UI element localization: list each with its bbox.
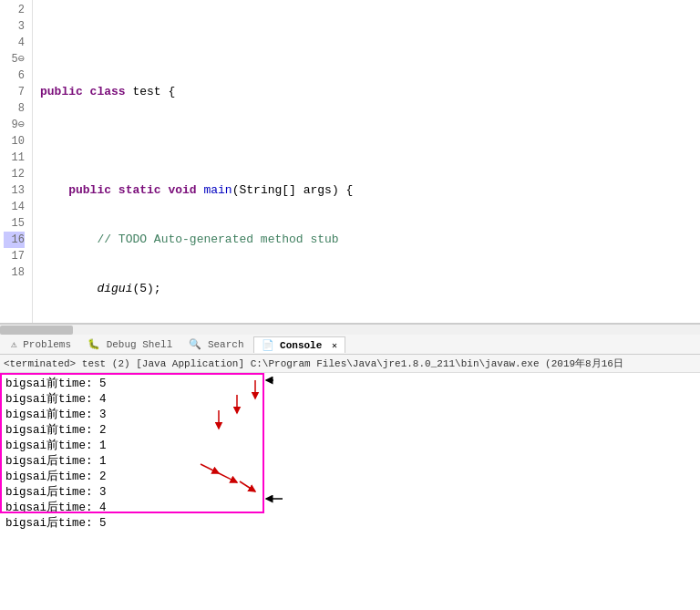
console-line-3: bigsai前time: 2 xyxy=(5,423,695,439)
ln-5: 5⊖ xyxy=(4,51,25,67)
ln-4: 4 xyxy=(4,35,25,51)
h-scrollbar-thumb[interactable] xyxy=(0,326,73,335)
problems-label: Problems xyxy=(23,339,71,350)
console-line-6: bigsai后time: 2 xyxy=(5,470,695,485)
console-output: bigsai前time: 5 bigsai前time: 4 bigsai前tim… xyxy=(0,373,700,535)
code-line-5: public static void main(String[] args) { xyxy=(40,182,700,199)
code-line-6: // TODO Auto-generated method stub xyxy=(40,232,700,248)
console-line-8: bigsai后time: 4 xyxy=(5,501,695,516)
search-label: Search xyxy=(208,339,244,350)
console-area[interactable]: bigsai前time: 5 bigsai前time: 4 bigsai前tim… xyxy=(0,373,700,610)
ln-7: 7 xyxy=(4,84,25,100)
ln-10: 10 xyxy=(4,133,25,150)
bottom-panel: ⚠ Problems 🐛 Debug Shell 🔍 Search 📄 Cons… xyxy=(0,335,700,610)
console-header-text: <terminated> test (2) [Java Application]… xyxy=(4,358,623,369)
code-line-3: public class test { xyxy=(40,84,700,100)
ln-9: 9⊖ xyxy=(4,117,25,133)
ln-14: 14 xyxy=(4,199,25,215)
code-line-4 xyxy=(40,133,700,150)
ln-15: 15 xyxy=(4,215,25,232)
debug-shell-icon: 🐛 xyxy=(88,339,100,350)
debug-shell-label: Debug Shell xyxy=(107,339,173,350)
console-line-1: bigsai前time: 4 xyxy=(5,392,695,408)
tab-bar: ⚠ Problems 🐛 Debug Shell 🔍 Search 📄 Cons… xyxy=(0,335,700,355)
console-header: <terminated> test (2) [Java Application]… xyxy=(0,355,700,373)
ln-11: 11 xyxy=(4,150,25,166)
tab-console[interactable]: 📄 Console ✕ xyxy=(253,336,345,353)
console-line-9: bigsai后time: 5 xyxy=(5,516,695,532)
ln-16: 16 xyxy=(4,232,25,248)
line-numbers: 2 3 4 5⊖ 6 7 8 9⊖ 10 11 12 13 14 15 16 1… xyxy=(0,0,33,323)
ln-2: 2 xyxy=(4,2,25,18)
code-line-7: digui(5); xyxy=(40,281,700,297)
search-icon: 🔍 xyxy=(189,339,201,350)
ln-3: 3 xyxy=(4,18,25,35)
editor-panel: 2 3 4 5⊖ 6 7 8 9⊖ 10 11 12 13 14 15 16 1… xyxy=(0,0,700,324)
console-line-2: bigsai前time: 3 xyxy=(5,408,695,423)
ln-17: 17 xyxy=(4,248,25,264)
code-editor[interactable]: public class test { public static void m… xyxy=(33,0,700,323)
console-line-5: bigsai后time: 1 xyxy=(5,454,695,470)
console-line-7: bigsai后time: 3 xyxy=(5,485,695,501)
tab-problems[interactable]: ⚠ Problems xyxy=(4,336,78,352)
ln-12: 12 xyxy=(4,166,25,182)
ln-13: 13 xyxy=(4,182,25,199)
console-icon: 📄 xyxy=(262,340,274,351)
console-line-4: bigsai前time: 1 xyxy=(5,439,695,454)
ln-18: 18 xyxy=(4,264,25,281)
problems-icon: ⚠ xyxy=(11,339,17,350)
code-line-2 xyxy=(40,35,700,51)
console-close-icon[interactable]: ✕ xyxy=(332,341,337,351)
console-line-0: bigsai前time: 5 xyxy=(5,377,695,392)
tab-debug-shell[interactable]: 🐛 Debug Shell xyxy=(80,336,180,352)
ln-8: 8 xyxy=(4,100,25,117)
console-label: Console xyxy=(280,340,322,351)
ln-6: 6 xyxy=(4,67,25,84)
h-scrollbar[interactable] xyxy=(0,324,700,335)
tab-search[interactable]: 🔍 Search xyxy=(181,336,251,352)
